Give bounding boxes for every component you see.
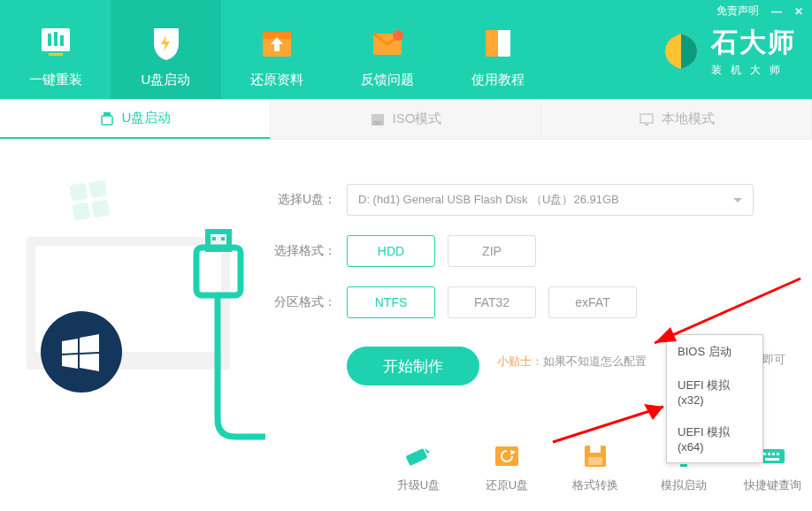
svg-rect-2 bbox=[54, 32, 57, 46]
select-disk-label: 选择U盘： bbox=[265, 192, 336, 208]
format-hdd-button[interactable]: HDD bbox=[347, 235, 435, 267]
svg-rect-42 bbox=[763, 453, 766, 455]
disk-icon bbox=[579, 442, 611, 470]
nav-label: U盘启动 bbox=[142, 72, 191, 88]
tip-prefix: 小贴士： bbox=[497, 355, 543, 368]
disk-select-value: D: (hd1) General USB Flash Disk （U盘）26.9… bbox=[358, 192, 619, 208]
nav-restore[interactable]: 还原资料 bbox=[221, 0, 332, 99]
svg-rect-16 bbox=[645, 124, 648, 126]
nav-label: 一键重装 bbox=[29, 72, 82, 88]
illustration bbox=[9, 157, 265, 476]
nav-reinstall[interactable]: 一键重装 bbox=[0, 0, 111, 99]
disk-select[interactable]: D: (hd1) General USB Flash Disk （U盘）26.9… bbox=[347, 184, 754, 216]
svg-rect-1 bbox=[48, 34, 51, 46]
tab-label: U盘启动 bbox=[122, 110, 172, 126]
nav-usb-boot[interactable]: U盘启动 bbox=[111, 0, 221, 99]
svg-rect-37 bbox=[588, 457, 602, 465]
tool-restore-usb[interactable]: 还原U盘 bbox=[476, 442, 538, 493]
svg-rect-19 bbox=[72, 202, 90, 221]
format-zip-button[interactable]: ZIP bbox=[448, 235, 536, 267]
tip-main: 如果不知道怎么配置 bbox=[543, 355, 647, 368]
usb-icon bbox=[99, 111, 115, 126]
tab-local[interactable]: 本地模式 bbox=[541, 99, 812, 139]
nav-label: 反馈问题 bbox=[361, 72, 414, 88]
tool-upgrade-usb[interactable]: 升级U盘 bbox=[387, 442, 449, 493]
restore-icon bbox=[491, 442, 523, 470]
svg-rect-43 bbox=[768, 453, 770, 455]
nav-label: 还原资料 bbox=[250, 72, 303, 88]
svg-rect-39 bbox=[680, 464, 687, 467]
svg-rect-33 bbox=[495, 446, 518, 466]
usb-up-icon bbox=[402, 442, 434, 470]
tip-text: 小贴士：如果不知道怎么配置 bbox=[497, 354, 647, 370]
svg-rect-32 bbox=[405, 448, 427, 466]
tool-label: 模拟启动 bbox=[661, 477, 707, 493]
header: 免责声明 — ✕ 一键重装 U盘启动 还原资料 反馈问题 bbox=[0, 0, 812, 99]
shield-icon bbox=[142, 22, 191, 63]
tab-iso[interactable]: ISO ISO模式 bbox=[271, 99, 541, 139]
iso-icon: ISO bbox=[370, 111, 386, 127]
tool-format-convert[interactable]: 格式转换 bbox=[564, 442, 626, 493]
nav-label: 使用教程 bbox=[471, 72, 525, 88]
svg-rect-27 bbox=[221, 237, 225, 240]
upload-box-icon bbox=[252, 22, 302, 63]
svg-rect-15 bbox=[640, 114, 653, 123]
svg-rect-18 bbox=[88, 179, 107, 198]
svg-rect-44 bbox=[772, 453, 775, 455]
chart-icon bbox=[31, 22, 80, 63]
svg-rect-9 bbox=[486, 30, 498, 57]
partition-label: 分区格式： bbox=[265, 294, 336, 310]
svg-rect-20 bbox=[91, 199, 110, 217]
tool-label: 格式转换 bbox=[572, 477, 618, 493]
svg-point-8 bbox=[393, 30, 403, 41]
envelope-icon bbox=[363, 22, 412, 63]
tab-label: 本地模式 bbox=[662, 111, 715, 127]
nav-tutorial[interactable]: 使用教程 bbox=[442, 0, 553, 99]
svg-rect-45 bbox=[777, 453, 779, 455]
svg-rect-36 bbox=[590, 446, 601, 453]
tool-label: 升级U盘 bbox=[397, 477, 440, 493]
tip-suffix: 即可 bbox=[762, 352, 785, 368]
simulate-boot-menu: BIOS 启动 UEFI 模拟(x32) UEFI 模拟(x64) bbox=[666, 334, 763, 463]
menu-uefi-x64[interactable]: UEFI 模拟(x64) bbox=[667, 416, 762, 462]
brand-sub: 装机大师 bbox=[711, 63, 789, 78]
menu-bios-boot[interactable]: BIOS 启动 bbox=[667, 335, 762, 369]
brand-title: 石大师 bbox=[711, 25, 796, 61]
partition-exfat-button[interactable]: exFAT bbox=[548, 286, 637, 318]
svg-text:ISO: ISO bbox=[373, 120, 383, 126]
partition-ntfs-button[interactable]: NTFS bbox=[347, 286, 435, 318]
book-icon bbox=[473, 22, 523, 63]
disclaimer-link[interactable]: 免责声明 bbox=[716, 4, 759, 19]
close-button[interactable]: ✕ bbox=[794, 5, 803, 18]
monitor-icon bbox=[639, 111, 655, 127]
tab-usb-boot[interactable]: U盘启动 bbox=[0, 99, 271, 139]
logo-icon bbox=[660, 30, 702, 72]
svg-rect-4 bbox=[49, 53, 63, 56]
partition-fat32-button[interactable]: FAT32 bbox=[448, 286, 536, 318]
svg-rect-26 bbox=[212, 237, 216, 240]
svg-rect-41 bbox=[760, 449, 785, 463]
svg-rect-3 bbox=[60, 35, 64, 46]
svg-rect-12 bbox=[102, 116, 112, 125]
nav-feedback[interactable]: 反馈问题 bbox=[332, 0, 442, 99]
tab-label: ISO模式 bbox=[393, 111, 442, 127]
svg-rect-10 bbox=[498, 30, 510, 57]
select-format-label: 选择格式： bbox=[265, 243, 336, 259]
window-controls: 免责声明 — ✕ bbox=[716, 4, 803, 19]
minimize-button[interactable]: — bbox=[771, 5, 782, 18]
brand: 石大师 装机大师 bbox=[660, 25, 796, 78]
svg-rect-17 bbox=[69, 183, 88, 202]
svg-rect-46 bbox=[765, 458, 779, 461]
tool-label: 快捷键查询 bbox=[744, 477, 801, 493]
main-nav: 一键重装 U盘启动 还原资料 反馈问题 使用教程 bbox=[0, 0, 553, 99]
mode-tabs: U盘启动 ISO ISO模式 本地模式 bbox=[0, 99, 812, 140]
tool-label: 还原U盘 bbox=[486, 477, 528, 493]
start-button[interactable]: 开始制作 bbox=[347, 347, 479, 385]
menu-uefi-x32[interactable]: UEFI 模拟(x32) bbox=[667, 369, 762, 416]
